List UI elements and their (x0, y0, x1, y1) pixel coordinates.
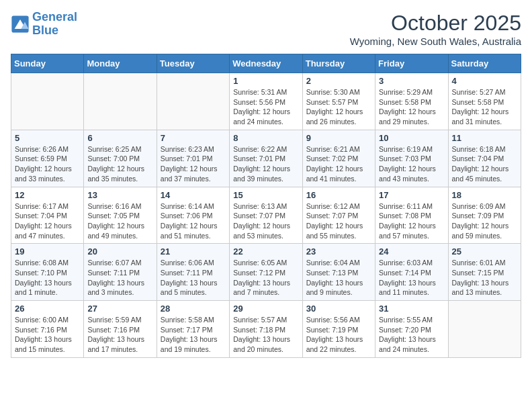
day-cell: 16Sunrise: 6:12 AM Sunset: 7:07 PM Dayli… (302, 187, 375, 244)
day-number: 19 (15, 246, 80, 257)
location-subtitle: Wyoming, New South Wales, Australia (350, 36, 521, 47)
day-number: 29 (233, 304, 298, 314)
day-number: 7 (161, 133, 226, 143)
day-cell: 12Sunrise: 6:17 AM Sunset: 7:04 PM Dayli… (11, 187, 84, 244)
day-number: 23 (306, 246, 371, 257)
day-info: Sunrise: 6:03 AM Sunset: 7:14 PM Dayligh… (379, 258, 444, 298)
weekday-header-thursday: Thursday (302, 54, 375, 73)
day-cell: 9Sunrise: 6:21 AM Sunset: 7:02 PM Daylig… (302, 130, 375, 187)
day-info: Sunrise: 5:30 AM Sunset: 5:57 PM Dayligh… (306, 87, 371, 127)
day-cell: 23Sunrise: 6:04 AM Sunset: 7:13 PM Dayli… (302, 244, 375, 301)
day-cell: 2Sunrise: 5:30 AM Sunset: 5:57 PM Daylig… (302, 73, 375, 130)
day-info: Sunrise: 6:05 AM Sunset: 7:12 PM Dayligh… (233, 258, 298, 298)
weekday-header-monday: Monday (84, 54, 157, 73)
day-cell: 24Sunrise: 6:03 AM Sunset: 7:14 PM Dayli… (375, 244, 448, 301)
day-number: 25 (452, 246, 517, 257)
day-info: Sunrise: 6:25 AM Sunset: 7:00 PM Dayligh… (87, 144, 152, 184)
day-cell: 10Sunrise: 6:19 AM Sunset: 7:03 PM Dayli… (375, 130, 448, 187)
day-info: Sunrise: 6:11 AM Sunset: 7:08 PM Dayligh… (379, 201, 444, 241)
day-number: 9 (306, 133, 371, 143)
day-info: Sunrise: 6:16 AM Sunset: 7:05 PM Dayligh… (87, 201, 152, 241)
day-info: Sunrise: 6:26 AM Sunset: 6:59 PM Dayligh… (15, 144, 80, 184)
day-info: Sunrise: 6:06 AM Sunset: 7:11 PM Dayligh… (161, 258, 226, 298)
day-cell (157, 73, 229, 130)
day-info: Sunrise: 6:22 AM Sunset: 7:01 PM Dayligh… (233, 144, 298, 184)
day-cell: 21Sunrise: 6:06 AM Sunset: 7:11 PM Dayli… (157, 244, 229, 301)
day-number: 11 (452, 133, 517, 143)
title-area: October 2025 Wyoming, New South Wales, A… (350, 11, 521, 47)
logo-icon (11, 15, 30, 34)
day-cell (84, 73, 157, 130)
day-info: Sunrise: 5:55 AM Sunset: 7:20 PM Dayligh… (379, 315, 444, 355)
week-row-5: 26Sunrise: 6:00 AM Sunset: 7:16 PM Dayli… (11, 301, 521, 358)
day-number: 13 (87, 190, 152, 200)
weekday-header-row: SundayMondayTuesdayWednesdayThursdayFrid… (11, 54, 521, 73)
day-cell: 11Sunrise: 6:18 AM Sunset: 7:04 PM Dayli… (448, 130, 521, 187)
day-number: 5 (15, 133, 80, 143)
weekday-header-saturday: Saturday (448, 54, 521, 73)
day-info: Sunrise: 6:04 AM Sunset: 7:13 PM Dayligh… (306, 258, 371, 298)
day-cell: 14Sunrise: 6:14 AM Sunset: 7:06 PM Dayli… (157, 187, 229, 244)
day-cell: 20Sunrise: 6:07 AM Sunset: 7:11 PM Dayli… (84, 244, 157, 301)
month-title: October 2025 (350, 11, 521, 36)
day-info: Sunrise: 6:17 AM Sunset: 7:04 PM Dayligh… (15, 201, 80, 241)
day-cell: 8Sunrise: 6:22 AM Sunset: 7:01 PM Daylig… (230, 130, 302, 187)
day-info: Sunrise: 5:58 AM Sunset: 7:17 PM Dayligh… (161, 315, 226, 355)
day-number: 30 (306, 304, 371, 314)
day-info: Sunrise: 6:19 AM Sunset: 7:03 PM Dayligh… (379, 144, 444, 184)
day-cell: 7Sunrise: 6:23 AM Sunset: 7:01 PM Daylig… (157, 130, 229, 187)
page-header: General Blue October 2025 Wyoming, New S… (11, 11, 521, 47)
day-cell (11, 73, 84, 130)
logo-text: General Blue (32, 11, 77, 38)
logo-line2: Blue (32, 24, 58, 37)
day-info: Sunrise: 6:01 AM Sunset: 7:15 PM Dayligh… (452, 258, 517, 298)
day-number: 21 (161, 246, 226, 257)
day-number: 18 (452, 190, 517, 200)
week-row-3: 12Sunrise: 6:17 AM Sunset: 7:04 PM Dayli… (11, 187, 521, 244)
week-row-2: 5Sunrise: 6:26 AM Sunset: 6:59 PM Daylig… (11, 130, 521, 187)
logo: General Blue (11, 11, 77, 38)
day-cell: 5Sunrise: 6:26 AM Sunset: 6:59 PM Daylig… (11, 130, 84, 187)
day-number: 16 (306, 190, 371, 200)
day-info: Sunrise: 5:29 AM Sunset: 5:58 PM Dayligh… (379, 87, 444, 127)
day-cell (448, 301, 521, 358)
weekday-header-wednesday: Wednesday (230, 54, 302, 73)
day-number: 14 (161, 190, 226, 200)
day-cell: 25Sunrise: 6:01 AM Sunset: 7:15 PM Dayli… (448, 244, 521, 301)
day-number: 27 (87, 304, 152, 314)
day-cell: 28Sunrise: 5:58 AM Sunset: 7:17 PM Dayli… (157, 301, 229, 358)
weekday-header-tuesday: Tuesday (157, 54, 229, 73)
day-number: 26 (15, 304, 80, 314)
day-info: Sunrise: 6:12 AM Sunset: 7:07 PM Dayligh… (306, 201, 371, 241)
day-cell: 13Sunrise: 6:16 AM Sunset: 7:05 PM Dayli… (84, 187, 157, 244)
day-info: Sunrise: 6:07 AM Sunset: 7:11 PM Dayligh… (87, 258, 152, 298)
day-cell: 30Sunrise: 5:56 AM Sunset: 7:19 PM Dayli… (302, 301, 375, 358)
day-cell: 4Sunrise: 5:27 AM Sunset: 5:58 PM Daylig… (448, 73, 521, 130)
day-info: Sunrise: 6:18 AM Sunset: 7:04 PM Dayligh… (452, 144, 517, 184)
day-info: Sunrise: 6:09 AM Sunset: 7:09 PM Dayligh… (452, 201, 517, 241)
day-info: Sunrise: 6:00 AM Sunset: 7:16 PM Dayligh… (15, 315, 80, 355)
week-row-1: 1Sunrise: 5:31 AM Sunset: 5:56 PM Daylig… (11, 73, 521, 130)
day-cell: 3Sunrise: 5:29 AM Sunset: 5:58 PM Daylig… (375, 73, 448, 130)
day-number: 12 (15, 190, 80, 200)
weekday-header-sunday: Sunday (11, 54, 84, 73)
day-cell: 18Sunrise: 6:09 AM Sunset: 7:09 PM Dayli… (448, 187, 521, 244)
day-info: Sunrise: 6:08 AM Sunset: 7:10 PM Dayligh… (15, 258, 80, 298)
calendar-table: SundayMondayTuesdayWednesdayThursdayFrid… (11, 54, 521, 358)
day-number: 22 (233, 246, 298, 257)
day-cell: 27Sunrise: 5:59 AM Sunset: 7:16 PM Dayli… (84, 301, 157, 358)
weekday-header-friday: Friday (375, 54, 448, 73)
day-cell: 29Sunrise: 5:57 AM Sunset: 7:18 PM Dayli… (230, 301, 302, 358)
day-number: 20 (87, 246, 152, 257)
day-info: Sunrise: 5:57 AM Sunset: 7:18 PM Dayligh… (233, 315, 298, 355)
day-number: 10 (379, 133, 444, 143)
day-number: 8 (233, 133, 298, 143)
day-info: Sunrise: 5:56 AM Sunset: 7:19 PM Dayligh… (306, 315, 371, 355)
day-info: Sunrise: 5:59 AM Sunset: 7:16 PM Dayligh… (87, 315, 152, 355)
day-cell: 19Sunrise: 6:08 AM Sunset: 7:10 PM Dayli… (11, 244, 84, 301)
day-cell: 1Sunrise: 5:31 AM Sunset: 5:56 PM Daylig… (230, 73, 302, 130)
day-number: 2 (306, 76, 371, 86)
day-number: 28 (161, 304, 226, 314)
week-row-4: 19Sunrise: 6:08 AM Sunset: 7:10 PM Dayli… (11, 244, 521, 301)
day-cell: 15Sunrise: 6:13 AM Sunset: 7:07 PM Dayli… (230, 187, 302, 244)
